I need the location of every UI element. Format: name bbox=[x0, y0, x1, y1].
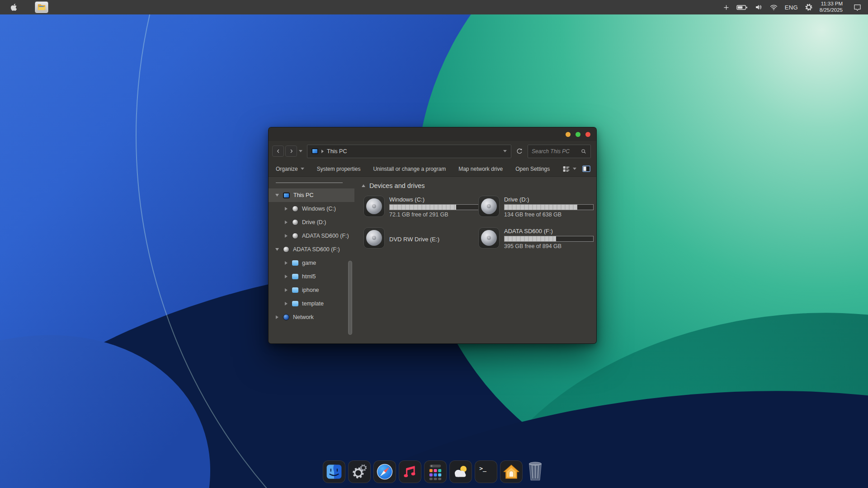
clock[interactable]: 11:33 PM 8/25/2025 bbox=[820, 1, 843, 14]
gear-icon[interactable] bbox=[805, 3, 813, 11]
apple-icon[interactable] bbox=[10, 3, 18, 12]
disc-icon bbox=[283, 246, 289, 253]
disc-icon bbox=[292, 206, 298, 212]
sidebar-item-network[interactable]: Network bbox=[269, 310, 354, 324]
sidebar-scrollbar[interactable] bbox=[348, 261, 352, 335]
dock-terminal-icon[interactable]: >_ bbox=[475, 460, 497, 483]
dock-music-icon[interactable] bbox=[399, 460, 421, 483]
window-titlebar[interactable] bbox=[269, 127, 596, 141]
sidebar-item-windows-c[interactable]: Windows (C:) bbox=[269, 202, 354, 216]
forward-button[interactable] bbox=[285, 145, 297, 157]
address-dropdown-button[interactable] bbox=[503, 150, 507, 152]
capacity-bar bbox=[504, 236, 594, 242]
uninstall-program-button[interactable]: Uninstall or change a program bbox=[373, 166, 446, 172]
drive-disc-icon bbox=[363, 227, 385, 249]
map-network-drive-button[interactable]: Map network drive bbox=[458, 166, 503, 172]
system-properties-button[interactable]: System properties bbox=[317, 166, 361, 172]
dock-home-icon[interactable] bbox=[500, 460, 523, 483]
sidebar-tree: This PCWindows (C:)Drive (D:)ADATA SD600… bbox=[269, 188, 354, 324]
dock-trash-icon[interactable] bbox=[525, 460, 545, 483]
notification-bubble-icon[interactable] bbox=[853, 4, 862, 11]
sidebar-item-label: Network bbox=[293, 314, 314, 320]
sidebar-item-drive-d[interactable]: Drive (D:) bbox=[269, 216, 354, 229]
section-header[interactable]: Devices and drives bbox=[362, 182, 593, 189]
dock-weather-icon[interactable] bbox=[449, 460, 472, 483]
help-button[interactable]: ? bbox=[596, 165, 597, 173]
history-dropdown-button[interactable] bbox=[299, 150, 302, 152]
open-settings-button[interactable]: Open Settings bbox=[515, 166, 550, 172]
expand-arrow-icon[interactable] bbox=[284, 234, 288, 238]
collapse-arrow-icon[interactable] bbox=[275, 194, 279, 197]
sidebar-item-template[interactable]: template bbox=[269, 297, 354, 310]
drive-free-space: 134 GB free of 638 GB bbox=[504, 211, 594, 218]
chevron-down-icon bbox=[573, 168, 576, 170]
maximize-button[interactable] bbox=[576, 132, 580, 137]
breadcrumb[interactable]: This PC bbox=[327, 148, 347, 155]
minimize-button[interactable] bbox=[566, 132, 571, 137]
dock-settings-icon[interactable] bbox=[348, 460, 371, 483]
address-bar[interactable]: This PC bbox=[307, 145, 511, 158]
chevron-right-icon bbox=[288, 148, 294, 154]
expand-arrow-icon[interactable] bbox=[284, 275, 288, 278]
organize-label: Organize bbox=[276, 166, 298, 172]
drive-item-dvd-rw-drive-e[interactable]: DVD RW Drive (E:) bbox=[363, 227, 478, 251]
file-explorer-taskbar-button[interactable] bbox=[35, 1, 48, 13]
drive-item-drive-d[interactable]: Drive (D:)134 GB free of 638 GB bbox=[478, 196, 593, 219]
sidebar-item-label: html5 bbox=[302, 273, 316, 280]
close-button[interactable] bbox=[585, 132, 590, 137]
clock-date: 8/25/2025 bbox=[820, 7, 843, 14]
navigation-bar: This PC bbox=[269, 141, 596, 161]
sidebar-item-label: ADATA SD600 (F:) bbox=[293, 246, 340, 253]
drive-disc-icon bbox=[478, 227, 500, 249]
expand-arrow-icon[interactable] bbox=[275, 315, 279, 319]
capacity-bar bbox=[504, 204, 594, 210]
clock-time: 11:33 PM bbox=[820, 1, 843, 7]
sidebar-item-this-pc[interactable]: This PC bbox=[269, 188, 354, 202]
chevron-left-icon bbox=[275, 148, 281, 154]
drive-item-windows-c[interactable]: Windows (C:)72.1 GB free of 291 GB bbox=[363, 196, 478, 219]
collapse-section-icon[interactable] bbox=[362, 184, 365, 187]
sidebar-item-label: template bbox=[302, 300, 324, 307]
drive-name: DVD RW Drive (E:) bbox=[389, 236, 439, 243]
window-body: This PCWindows (C:)Drive (D:)ADATA SD600… bbox=[269, 177, 596, 344]
organize-button[interactable]: Organize bbox=[276, 166, 304, 172]
battery-icon[interactable] bbox=[736, 5, 748, 10]
plus-icon[interactable] bbox=[723, 4, 730, 11]
sidebar-item-html5[interactable]: html5 bbox=[269, 270, 354, 283]
wifi-icon[interactable] bbox=[769, 4, 778, 11]
capacity-bar bbox=[389, 204, 479, 210]
dock: >_ bbox=[323, 460, 545, 483]
drive-item-adata-sd600-f[interactable]: ADATA SD600 (F:)395 GB free of 894 GB bbox=[478, 227, 593, 251]
back-button[interactable] bbox=[272, 145, 284, 157]
language-indicator[interactable]: ENG bbox=[785, 4, 798, 11]
chevron-down-icon bbox=[301, 168, 304, 170]
view-mode-button[interactable] bbox=[562, 165, 576, 173]
details-view-icon bbox=[562, 165, 570, 173]
expand-arrow-icon[interactable] bbox=[284, 302, 288, 305]
expand-arrow-icon[interactable] bbox=[284, 261, 288, 265]
capacity-bar-fill bbox=[505, 236, 556, 241]
dock-safari-icon[interactable] bbox=[373, 460, 396, 483]
sidebar-item-iphone[interactable]: iphone bbox=[269, 283, 354, 297]
expand-arrow-icon[interactable] bbox=[284, 221, 288, 224]
sidebar-item-adata-sd600-f[interactable]: ADATA SD600 (F:) bbox=[269, 243, 354, 256]
sidebar-item-adata-sd600-f[interactable]: ADATA SD600 (F:) bbox=[269, 229, 354, 243]
command-toolbar: Organize System properties Uninstall or … bbox=[269, 161, 596, 177]
drive-name: Windows (C:) bbox=[389, 196, 479, 203]
refresh-button[interactable] bbox=[516, 148, 523, 155]
dock-launchpad-icon[interactable] bbox=[424, 460, 447, 483]
sidebar-item-label: ADATA SD600 (F:) bbox=[302, 233, 349, 239]
menu-bar: ENG 11:33 PM 8/25/2025 bbox=[0, 0, 868, 14]
volume-icon[interactable] bbox=[755, 4, 763, 11]
search-box[interactable] bbox=[528, 145, 591, 158]
navigation-pane: This PCWindows (C:)Drive (D:)ADATA SD600… bbox=[269, 177, 354, 344]
dock-finder-icon[interactable] bbox=[323, 460, 345, 483]
search-input[interactable] bbox=[532, 148, 578, 155]
sidebar-item-game[interactable]: game bbox=[269, 256, 354, 270]
expand-arrow-icon[interactable] bbox=[284, 207, 288, 211]
breadcrumb-arrow-icon[interactable] bbox=[321, 150, 324, 153]
collapse-arrow-icon[interactable] bbox=[275, 248, 279, 251]
preview-pane-button[interactable] bbox=[582, 165, 590, 172]
pc-icon bbox=[283, 192, 290, 198]
expand-arrow-icon[interactable] bbox=[284, 288, 288, 292]
